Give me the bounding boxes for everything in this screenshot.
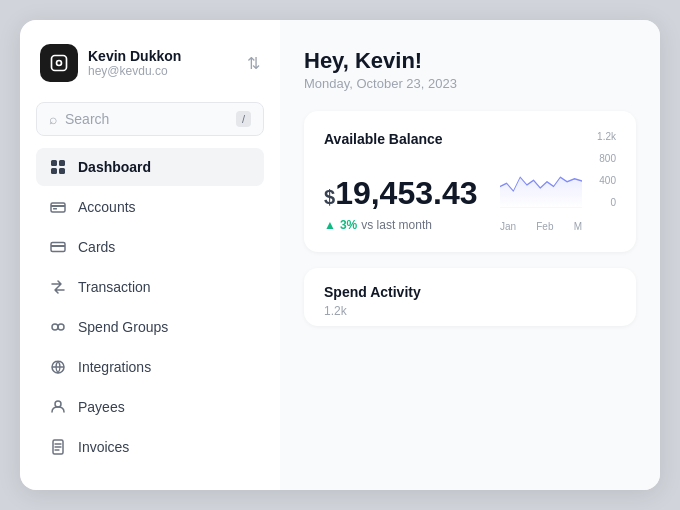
svg-rect-6: [51, 203, 65, 212]
spend-groups-icon: [48, 317, 68, 337]
x-label: M: [574, 221, 582, 232]
balance-card-title: Available Balance: [324, 131, 484, 147]
change-percent: 3%: [340, 218, 357, 232]
svg-rect-10: [51, 245, 65, 247]
integrations-icon: [48, 357, 68, 377]
sidebar-item-cards[interactable]: Cards: [36, 228, 264, 266]
svg-rect-3: [59, 160, 65, 166]
svg-rect-0: [52, 56, 67, 71]
transaction-icon: [48, 277, 68, 297]
balance-card: Available Balance $19,453.43 ▲ 3% vs las…: [304, 111, 636, 252]
up-arrow-icon: ▲: [324, 218, 336, 232]
sidebar-item-label: Transaction: [78, 279, 151, 295]
search-label: Search: [65, 111, 228, 127]
main-content: Hey, Kevin! Monday, October 23, 2023 Ava…: [280, 20, 660, 490]
sidebar-item-label: Dashboard: [78, 159, 151, 175]
sidebar-item-label: Spend Groups: [78, 319, 168, 335]
balance-chart: 1.2k 800 400 0: [500, 131, 616, 232]
y-label: 0: [610, 197, 616, 208]
search-icon: ⌕: [49, 111, 57, 127]
sidebar-item-transaction[interactable]: Transaction: [36, 268, 264, 306]
svg-rect-7: [51, 205, 65, 207]
user-section[interactable]: Kevin Dukkon hey@kevdu.co ⇅: [36, 44, 264, 82]
balance-change: ▲ 3% vs last month: [324, 218, 484, 232]
greeting-title: Hey, Kevin!: [304, 48, 636, 74]
greeting-date: Monday, October 23, 2023: [304, 76, 636, 91]
balance-left: Available Balance $19,453.43 ▲ 3% vs las…: [324, 131, 484, 232]
user-name: Kevin Dukkon: [88, 48, 181, 65]
chart-svg-wrap: [500, 131, 582, 208]
sidebar-item-label: Integrations: [78, 359, 151, 375]
sidebar-item-label: Cards: [78, 239, 115, 255]
svg-point-13: [55, 401, 61, 407]
dashboard-icon: [48, 157, 68, 177]
greeting-section: Hey, Kevin! Monday, October 23, 2023: [304, 48, 636, 91]
y-label: 400: [599, 175, 616, 186]
sidebar-item-integrations[interactable]: Integrations: [36, 348, 264, 386]
search-shortcut: /: [236, 111, 251, 127]
user-email: hey@kevdu.co: [88, 64, 181, 78]
sidebar-item-payees[interactable]: Payees: [36, 388, 264, 426]
svg-point-11: [52, 324, 58, 330]
user-left: Kevin Dukkon hey@kevdu.co: [40, 44, 181, 82]
invoices-icon: [48, 437, 68, 457]
spend-activity-title: Spend Activity: [324, 284, 616, 300]
nav-list: Dashboard Accounts: [36, 148, 264, 466]
cards-icon: [48, 237, 68, 257]
sidebar-item-label: Invoices: [78, 439, 129, 455]
sidebar-item-label: Payees: [78, 399, 125, 415]
y-label: 1.2k: [597, 131, 616, 142]
accounts-icon: [48, 197, 68, 217]
currency-symbol: $: [324, 186, 335, 208]
sidebar-item-label: Accounts: [78, 199, 136, 215]
sidebar: Kevin Dukkon hey@kevdu.co ⇅ ⌕ Search /: [20, 20, 280, 490]
svg-rect-5: [59, 168, 65, 174]
x-label: Feb: [536, 221, 553, 232]
balance-amount: $19,453.43: [324, 175, 484, 212]
svg-point-1: [57, 61, 62, 66]
sidebar-item-accounts[interactable]: Accounts: [36, 188, 264, 226]
spend-activity-value: 1.2k: [324, 304, 616, 318]
avatar: [40, 44, 78, 82]
app-container: Kevin Dukkon hey@kevdu.co ⇅ ⌕ Search /: [20, 20, 660, 490]
balance-value: 19,453.43: [335, 175, 477, 211]
spend-activity-card: Spend Activity 1.2k: [304, 268, 636, 326]
chart-y-labels: 1.2k 800 400 0: [586, 131, 616, 208]
y-label: 800: [599, 153, 616, 164]
svg-rect-2: [51, 160, 57, 166]
payees-icon: [48, 397, 68, 417]
sidebar-item-dashboard[interactable]: Dashboard: [36, 148, 264, 186]
svg-rect-4: [51, 168, 57, 174]
search-bar[interactable]: ⌕ Search /: [36, 102, 264, 136]
sidebar-item-invoices[interactable]: Invoices: [36, 428, 264, 466]
svg-point-12: [58, 324, 64, 330]
svg-rect-8: [53, 208, 57, 210]
chart-x-labels: Jan Feb M: [500, 221, 582, 232]
chevron-updown-icon: ⇅: [247, 54, 260, 73]
x-label: Jan: [500, 221, 516, 232]
line-chart-svg: [500, 131, 582, 208]
user-info: Kevin Dukkon hey@kevdu.co: [88, 48, 181, 79]
change-label: vs last month: [361, 218, 432, 232]
sidebar-item-spend-groups[interactable]: Spend Groups: [36, 308, 264, 346]
